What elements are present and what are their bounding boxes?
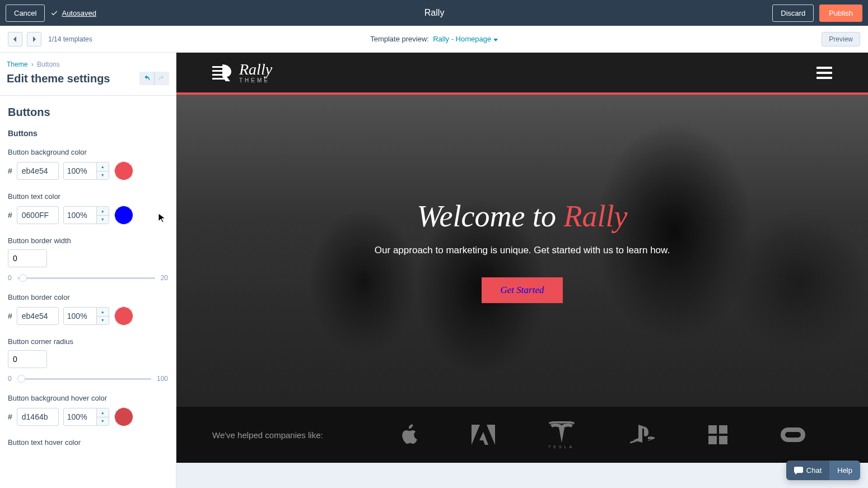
- border-width-slider[interactable]: [17, 277, 155, 279]
- text-color-hex-input[interactable]: [17, 206, 59, 224]
- undo-button[interactable]: [139, 72, 154, 85]
- slider-min: 0: [8, 274, 12, 282]
- next-template-button[interactable]: [27, 32, 41, 47]
- stepper-down-button[interactable]: ▼: [97, 216, 109, 224]
- breadcrumb: Theme › Buttons: [7, 61, 169, 68]
- redo-icon: [158, 75, 166, 82]
- bg-hover-hex-input[interactable]: [17, 408, 59, 426]
- hero-subtitle: Our approach to marketing is unique. Get…: [375, 245, 670, 256]
- hero-title: Welcome to Rally: [375, 199, 670, 234]
- slider-max: 20: [161, 274, 168, 282]
- text-color-swatch[interactable]: [115, 206, 133, 224]
- chevron-right-icon: [32, 36, 36, 42]
- preview-canvas: Rally THEME Welcome to Rally Our approac…: [176, 53, 868, 488]
- template-preview-label: Template preview: Rally - Homepage: [370, 35, 498, 43]
- adobe-icon: [472, 425, 495, 445]
- text-color-opacity-input[interactable]: [64, 207, 96, 224]
- stepper-down-button[interactable]: ▼: [97, 317, 109, 325]
- corner-radius-label: Button corner radius: [8, 337, 168, 346]
- companies-bar: We've helped companies like: TESLA: [176, 407, 868, 463]
- text-color-label: Button text color: [8, 192, 168, 201]
- border-color-swatch[interactable]: [115, 307, 133, 325]
- cta-button[interactable]: Get Started: [482, 277, 563, 303]
- bg-color-opacity-input[interactable]: [64, 162, 96, 179]
- settings-sidebar: Theme › Buttons Edit theme settings Butt…: [0, 53, 176, 488]
- chevron-down-icon: [493, 39, 498, 41]
- redo-button[interactable]: [155, 72, 169, 85]
- microsoft-icon: [708, 425, 727, 444]
- apple-icon: [400, 424, 418, 445]
- bg-hover-swatch[interactable]: [115, 408, 133, 426]
- stepper-up-button[interactable]: ▲: [97, 408, 109, 417]
- cancel-button[interactable]: Cancel: [6, 4, 45, 22]
- templates-count: 1/14 templates: [48, 35, 92, 43]
- border-width-input[interactable]: [8, 249, 47, 267]
- section-subheader: Buttons: [8, 129, 168, 138]
- svg-rect-5: [719, 425, 727, 434]
- stepper-down-button[interactable]: ▼: [97, 417, 109, 426]
- chevron-right-icon: ›: [31, 61, 34, 68]
- playstation-icon: [628, 425, 655, 445]
- preview-button[interactable]: Preview: [822, 32, 860, 47]
- chevron-left-icon: [13, 36, 17, 42]
- brand-subtitle: THEME: [239, 78, 272, 83]
- breadcrumb-current: Buttons: [37, 61, 60, 68]
- undo-icon: [143, 75, 151, 82]
- corner-radius-slider[interactable]: [17, 378, 151, 380]
- text-hover-label: Button text hover color: [8, 438, 168, 447]
- site-header: Rally THEME: [176, 53, 868, 95]
- page-title: Rally: [424, 8, 445, 18]
- slider-max: 100: [157, 375, 168, 383]
- border-color-label: Button border color: [8, 293, 168, 301]
- border-color-hex-input[interactable]: [17, 307, 59, 325]
- tesla-icon: TESLA: [548, 421, 575, 449]
- chat-button[interactable]: Chat: [786, 461, 829, 480]
- check-icon: [50, 9, 58, 17]
- stepper-up-button[interactable]: ▲: [97, 162, 109, 171]
- section-title: Buttons: [8, 106, 168, 119]
- logo-icon: [212, 64, 231, 81]
- site-logo[interactable]: Rally THEME: [212, 62, 272, 83]
- hash-prefix: #: [8, 412, 12, 421]
- bg-hover-opacity-input[interactable]: [64, 408, 96, 425]
- discard-button[interactable]: Discard: [772, 4, 814, 22]
- bg-color-hex-input[interactable]: [17, 162, 59, 180]
- bg-color-swatch[interactable]: [115, 162, 133, 180]
- border-color-opacity-input[interactable]: [64, 308, 96, 324]
- menu-button[interactable]: [816, 67, 832, 79]
- help-button[interactable]: Help: [829, 461, 860, 480]
- corner-radius-input[interactable]: [8, 350, 47, 368]
- stepper-up-button[interactable]: ▲: [97, 207, 109, 216]
- slider-min: 0: [8, 375, 12, 383]
- hash-prefix: #: [8, 166, 12, 175]
- svg-rect-7: [719, 436, 727, 444]
- sidebar-title: Edit theme settings: [7, 72, 110, 85]
- bg-hover-label: Button background hover color: [8, 394, 168, 402]
- border-width-label: Button border width: [8, 236, 168, 245]
- oculus-icon: [781, 427, 805, 442]
- companies-label: We've helped companies like:: [212, 430, 323, 440]
- svg-rect-4: [708, 425, 717, 434]
- bg-color-label: Button background color: [8, 148, 168, 156]
- svg-rect-6: [708, 436, 717, 444]
- template-name-dropdown[interactable]: Rally - Homepage: [433, 35, 498, 43]
- stepper-down-button[interactable]: ▼: [97, 171, 109, 180]
- hero-section: Welcome to Rally Our approach to marketi…: [176, 95, 868, 407]
- hash-prefix: #: [8, 211, 12, 220]
- hash-prefix: #: [8, 312, 12, 320]
- autosaved-status[interactable]: Autosaved: [50, 9, 96, 17]
- stepper-up-button[interactable]: ▲: [97, 308, 109, 317]
- chat-icon: [794, 467, 803, 475]
- publish-button[interactable]: Publish: [819, 4, 862, 22]
- breadcrumb-root[interactable]: Theme: [7, 61, 27, 68]
- brand-name: Rally: [239, 62, 272, 77]
- prev-template-button[interactable]: [8, 32, 22, 47]
